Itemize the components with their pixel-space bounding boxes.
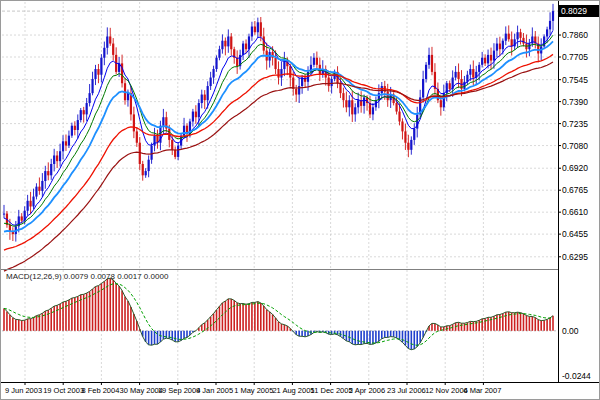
time-axis-label: 9 Jan 2005 (196, 386, 233, 395)
time-axis-label: 11 Dec 2005 (311, 386, 353, 395)
time-axis-label: 19 Oct 2003 (43, 386, 84, 395)
price-axis-label: 0.6920 (562, 163, 588, 173)
price-axis-label: 0.6455 (562, 229, 588, 239)
indicator-axis-label: -0.0244 (562, 371, 591, 381)
time-axis-label: 4 Mar 2007 (463, 386, 501, 395)
price-axis-label: 0.7235 (562, 119, 588, 129)
time-axis-label: 9 Jun 2003 (5, 386, 42, 395)
time-axis-label: 21 Aug 2005 (272, 386, 314, 395)
price-axis-label: 0.7390 (562, 97, 588, 107)
time-axis-label: 30 May 2004 (120, 386, 163, 395)
price-axis-label: 0.6295 (562, 252, 588, 262)
macd-histogram (4, 278, 553, 349)
price-axis-label: 0.7860 (562, 30, 588, 40)
macd-indicator-label: MACD(12,26,9) 0.0079 0.0078 0.0017 0.000… (6, 272, 168, 281)
price-axis-label: 0.6610 (562, 207, 588, 217)
price-chart-canvas[interactable] (1, 1, 600, 400)
time-axis-label: 12 Nov 2006 (425, 386, 468, 395)
current-price-badge: 0.8029 (558, 5, 599, 17)
time-axis-label: 8 Feb 2004 (81, 386, 119, 395)
price-axis-label: 0.7705 (562, 52, 588, 62)
indicator-axis-label: 0.00 (562, 326, 579, 336)
price-axis-label: 0.7545 (562, 75, 588, 85)
time-axis-label: 19 Sep 2004 (158, 386, 201, 395)
moving-average-line (4, 62, 553, 271)
time-axis-label: 1 May 2005 (234, 386, 273, 395)
price-axis-label: 0.6765 (562, 185, 588, 195)
forex-chart-window: 0.8029 MACD(12,26,9) 0.0079 0.0078 0.001… (0, 0, 600, 400)
time-axis-label: 23 Jul 2006 (387, 386, 426, 395)
time-axis-label: 2 Apr 2006 (349, 386, 385, 395)
price-axis-label: 0.7080 (562, 141, 588, 151)
